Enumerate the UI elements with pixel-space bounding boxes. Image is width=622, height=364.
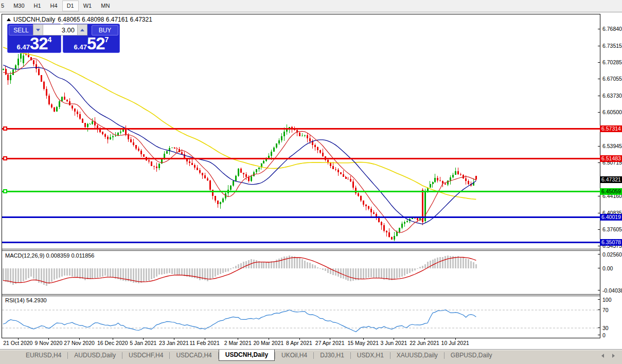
axis-tick-mark <box>598 290 600 290</box>
timeframe-button-5[interactable]: 5 <box>0 1 9 11</box>
tab-strip: EURUSD,H4AUDUSD,DailyUSDCHF,H4USDCAD,H4U… <box>20 350 499 361</box>
axis-tick-mark <box>598 96 600 96</box>
timeframe-button-d1[interactable]: D1 <box>62 1 79 11</box>
axis-tick-mark <box>598 29 600 29</box>
chart-symbol-title: USDCNH,Daily <box>13 16 55 23</box>
price-tick-label: 6.37605 <box>602 226 622 232</box>
chart-tab-usdx[interactable]: USDX,H1 <box>351 350 390 361</box>
axis-tick-mark <box>598 299 600 300</box>
axis-tick-mark <box>598 254 600 254</box>
date-tick-label: 20 Mar 2021 <box>253 340 283 346</box>
trading-terminal: 5M30H1H4D1W1MN USDCNH,Daily 6.48065 6.48… <box>0 0 622 364</box>
current-price-label: 6.47321 <box>600 176 622 183</box>
price-tick-label: 6.70285 <box>602 59 622 65</box>
sell-price: 6.47324 <box>8 35 61 51</box>
price-tick-label: 6.76840 <box>602 26 622 32</box>
date-tick-label: 8 Apr 2021 <box>286 340 312 346</box>
volume-decrease-button[interactable] <box>33 25 43 35</box>
date-tick-label: 11 Feb 2021 <box>190 340 220 346</box>
chart-ohlc-values: 6.48065 6.48098 6.47161 6.47321 <box>58 16 152 23</box>
macd-tick-label: 0.025609 <box>602 251 622 258</box>
chart-window: USDCNH,Daily 6.48065 6.48098 6.47161 6.4… <box>2 14 600 338</box>
arrow-down-icon <box>36 29 40 31</box>
chart-tab-dj30[interactable]: DJ30,H1 <box>314 350 350 361</box>
chart-tab-audusd[interactable]: AUDUSD,Daily <box>68 350 122 361</box>
macd-label: MACD(12,26,9) 0.008359 0.011856 <box>5 252 94 259</box>
axis-tick-mark <box>598 310 600 310</box>
date-axis[interactable]: 21 Oct 20209 Nov 202027 Nov 202016 Dec 2… <box>2 339 600 348</box>
price-tick-label: 6.53945 <box>602 143 622 149</box>
level-price-label: 6.35078 <box>600 239 622 246</box>
date-tick-label: 27 Nov 2020 <box>64 340 95 346</box>
chart-tab-usdchf[interactable]: USDCHF,H4 <box>122 350 169 361</box>
date-tick-label: 15 May 2021 <box>347 340 379 346</box>
level-price-label: 6.51483 <box>600 155 622 162</box>
date-tick-label: 21 Oct 2020 <box>3 340 32 346</box>
date-tick-label: 5 Jan 2021 <box>130 340 156 346</box>
timeframe-button-m30[interactable]: M30 <box>9 1 29 11</box>
date-tick-label: 16 Dec 2020 <box>97 340 128 346</box>
timeframe-button-h1[interactable]: H1 <box>29 1 46 11</box>
axis-tick-mark <box>598 213 600 213</box>
pane-separator[interactable] <box>2 249 600 251</box>
axis-tick-mark <box>598 229 600 230</box>
chart-header: USDCNH,Daily 6.48065 6.48098 6.47161 6.4… <box>7 16 152 23</box>
date-tick-label: 10 Jul 2021 <box>441 340 469 346</box>
arrow-up-icon <box>80 29 84 31</box>
timeframe-button-w1[interactable]: W1 <box>79 1 97 11</box>
volume-input[interactable] <box>43 25 77 35</box>
tab-scroll-arrows <box>601 354 615 358</box>
axis-tick-mark <box>598 62 600 63</box>
volume-increase-button[interactable] <box>77 25 87 35</box>
chart-tab-xauusd[interactable]: XAUUSD,Daily <box>390 350 444 361</box>
level-price-label: 6.40019 <box>600 214 622 221</box>
date-tick-label: 23 Jan 2021 <box>159 340 189 346</box>
axis-tick-mark <box>598 112 600 113</box>
rsi-tick-label: 70 <box>602 307 609 313</box>
axis-tick-mark <box>598 268 600 268</box>
price-tick-label: 6.63730 <box>602 93 622 99</box>
price-axis[interactable]: 6.768406.735156.702856.670556.637306.605… <box>600 14 622 339</box>
date-tick-label: 9 Nov 2020 <box>35 340 63 346</box>
one-click-trading-panel: SELL 6.47324 BUY 6.47527 <box>7 24 120 53</box>
timeframe-toolbar: 5M30H1H4D1W1MN <box>0 0 622 12</box>
axis-tick-mark <box>598 196 600 196</box>
chart-tab-eurusd[interactable]: EURUSD,H4 <box>20 350 67 361</box>
rsi-tick-label: 100 <box>602 297 612 303</box>
chart-tab-ukoil[interactable]: UKOil,H4 <box>275 350 313 361</box>
timeframe-button-mn[interactable]: MN <box>96 1 114 11</box>
volume-spinner <box>33 24 87 35</box>
macd-tick-label: -0.040386 <box>602 287 622 294</box>
rsi-label: RSI(14) 54.2930 <box>5 297 47 303</box>
price-tick-label: 6.73515 <box>602 43 622 49</box>
rsi-tick-label: 0 <box>602 332 606 338</box>
rsi-tick-label: 30 <box>602 325 609 331</box>
rsi-indicator-pane[interactable] <box>2 296 600 338</box>
date-tick-label: 22 Jun 2021 <box>410 340 439 346</box>
level-price-label: 6.45059 <box>600 188 622 195</box>
timeframe-button-h4[interactable]: H4 <box>46 1 62 11</box>
axis-tick-mark <box>598 162 600 163</box>
level-price-label: 6.57314 <box>600 125 622 132</box>
date-tick-label: 2 Mar 2021 <box>224 340 252 346</box>
price-tick-label: 6.67055 <box>602 76 622 82</box>
chart-tab-usdcad[interactable]: USDCAD,H4 <box>170 350 218 361</box>
axis-tick-mark <box>598 79 600 79</box>
scroll-right-icon[interactable] <box>612 354 615 358</box>
axis-tick-mark <box>598 246 600 246</box>
axis-tick-mark <box>598 146 600 147</box>
date-tick-label: 3 Jun 2021 <box>380 340 407 346</box>
axis-tick-mark <box>598 327 600 328</box>
axis-tick-mark <box>598 46 600 46</box>
chart-tab-usdcnh[interactable]: USDCNH,Daily <box>219 350 275 361</box>
date-tick-label: 27 Apr 2021 <box>315 340 345 346</box>
chart-tab-gbpusd[interactable]: GBPUSD,Daily <box>445 350 499 361</box>
chart-tab-bar: EURUSD,H4AUDUSD,DailyUSDCHF,H4USDCAD,H4U… <box>0 349 622 364</box>
symbol-arrow-icon <box>7 18 11 21</box>
scroll-left-icon[interactable] <box>601 354 604 358</box>
buy-price: 6.47527 <box>63 35 119 51</box>
axis-tick-mark <box>598 335 600 335</box>
macd-tick-label: 0.00 <box>602 265 613 271</box>
price-tick-label: 6.60500 <box>602 109 622 115</box>
